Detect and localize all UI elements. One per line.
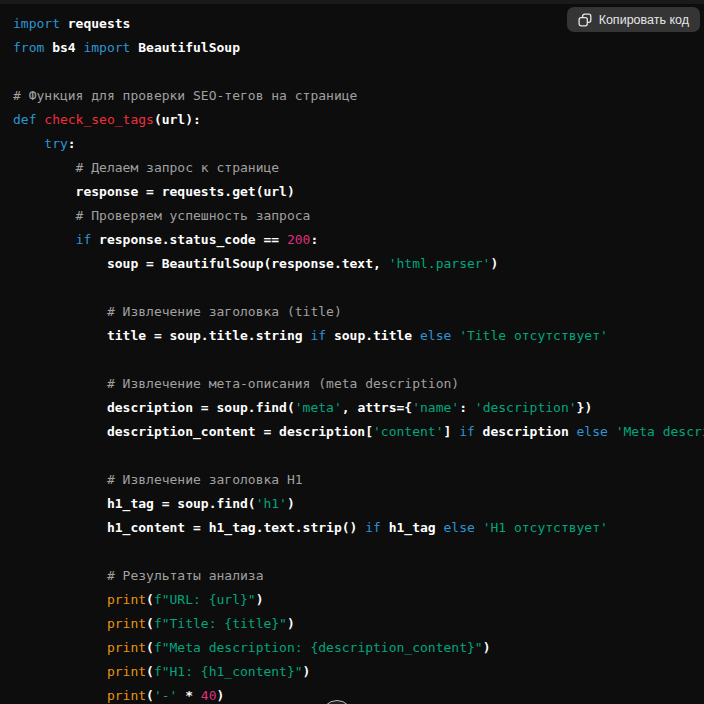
token-pl [475, 520, 483, 535]
token-pl: ) [256, 592, 264, 607]
code-line: print(f"Title: {title}") [13, 612, 704, 636]
token-pl: bs4 [44, 40, 83, 55]
token-kw: else [577, 424, 608, 439]
code-line: print(f"URL: {url}") [13, 588, 704, 612]
token-pl: requests [60, 16, 130, 31]
token-num: 40 [201, 688, 217, 703]
token-pl: h1_content = h1_tag.text.strip() [13, 520, 365, 535]
token-cm: # Извлечение заголовка (title) [13, 304, 342, 319]
token-str: f"Title: {title}" [154, 616, 287, 631]
token-pl: ( [146, 664, 154, 679]
token-pl [13, 616, 107, 631]
code-line: try: [13, 132, 704, 156]
token-pl: : [310, 232, 318, 247]
token-kw: if [365, 520, 381, 535]
token-pl: h1_tag [381, 520, 444, 535]
token-pl [608, 424, 616, 439]
token-pl: description_content = description[ [13, 424, 373, 439]
token-pl [13, 640, 107, 655]
code-block-page: { "copy_button": { "label": "Копировать … [0, 0, 704, 704]
code-line: print('-' * 40) [13, 684, 704, 704]
top-edge-band [0, 0, 704, 4]
token-cm: # Делаем запрос к странице [13, 160, 279, 175]
token-pl: description [475, 424, 577, 439]
token-kw: import [13, 16, 60, 31]
token-pl: h1_tag = soup.find( [13, 496, 256, 511]
token-pl: ) [287, 616, 295, 631]
copy-icon [578, 13, 592, 27]
token-str: 'meta' [295, 400, 342, 415]
code-line: print(f"Meta description: {description_c… [13, 636, 704, 660]
token-pl [13, 136, 44, 151]
code-line: h1_content = h1_tag.text.strip() if h1_t… [13, 516, 704, 540]
token-pl: ) [483, 640, 491, 655]
code-line: # Проверяем успешность запроса [13, 204, 704, 228]
code-line: # Извлечение мета-описания (meta descrip… [13, 372, 704, 396]
token-str: 'name' [412, 400, 459, 415]
token-pl: ) [217, 688, 225, 703]
token-kw: def [13, 112, 36, 127]
token-pl: ( [146, 688, 154, 703]
token-pl: , attrs={ [342, 400, 412, 415]
token-pl [13, 664, 107, 679]
token-pl [451, 328, 459, 343]
token-kw: if [459, 424, 475, 439]
code-line: description_content = description['conte… [13, 420, 704, 444]
copy-button-label: Копировать код [599, 13, 689, 27]
token-kw: import [83, 40, 130, 55]
token-pl: : [68, 136, 76, 151]
token-kw: if [76, 232, 92, 247]
token-fn: check_seo_tags [44, 112, 154, 127]
code-line: # Результаты анализа [13, 564, 704, 588]
token-pl: ) [303, 664, 311, 679]
token-cm: # Проверяем успешность запроса [13, 208, 310, 223]
token-pl: response.status_code == [91, 232, 287, 247]
token-str: 'content' [373, 424, 443, 439]
token-bi: print [107, 592, 146, 607]
code-line: description = soup.find('meta', attrs={'… [13, 396, 704, 420]
token-num: 200 [287, 232, 310, 247]
token-bi: print [107, 688, 146, 703]
code-line: if response.status_code == 200: [13, 228, 704, 252]
token-str: 'Meta description отсутствует' [616, 424, 704, 439]
token-bi: print [107, 640, 146, 655]
code-line [13, 444, 704, 468]
token-pl: (url): [154, 112, 201, 127]
token-pl: ) [287, 496, 295, 511]
code-line [13, 60, 704, 84]
token-pl: response = requests.get(url) [13, 184, 295, 199]
token-pl: ] [443, 424, 459, 439]
token-bi: print [107, 664, 146, 679]
token-cm: # Извлечение мета-описания (meta descrip… [13, 376, 459, 391]
token-pl: : [459, 400, 475, 415]
token-pl [13, 232, 76, 247]
code-line: soup = BeautifulSoup(response.text, 'htm… [13, 252, 704, 276]
token-bi: print [107, 616, 146, 631]
token-str: 'Title отсутствует' [459, 328, 608, 343]
token-pl: * [177, 688, 200, 703]
token-cm: # Результаты анализа [13, 568, 263, 583]
code-line: h1_tag = soup.find('h1') [13, 492, 704, 516]
code-line: def check_seo_tags(url): [13, 108, 704, 132]
token-pl: ( [146, 616, 154, 631]
token-pl [13, 688, 107, 703]
token-cm: # Извлечение заголовка H1 [13, 472, 303, 487]
token-pl [13, 592, 107, 607]
token-str: f"URL: {url}" [154, 592, 256, 607]
token-pl: BeautifulSoup [130, 40, 240, 55]
copy-code-button[interactable]: Копировать код [567, 7, 700, 32]
code-line [13, 348, 704, 372]
token-pl: }) [577, 400, 593, 415]
token-kw: else [420, 328, 451, 343]
token-kw: from [13, 40, 44, 55]
token-pl: ( [146, 592, 154, 607]
token-kw: if [310, 328, 326, 343]
token-kw: try [44, 136, 67, 151]
code-line [13, 276, 704, 300]
token-pl: soup.title [326, 328, 420, 343]
token-pl: ) [490, 256, 498, 271]
token-kw: else [443, 520, 474, 535]
code-line: # Извлечение заголовка (title) [13, 300, 704, 324]
code-line: response = requests.get(url) [13, 180, 704, 204]
token-pl: title = soup.title.string [13, 328, 310, 343]
